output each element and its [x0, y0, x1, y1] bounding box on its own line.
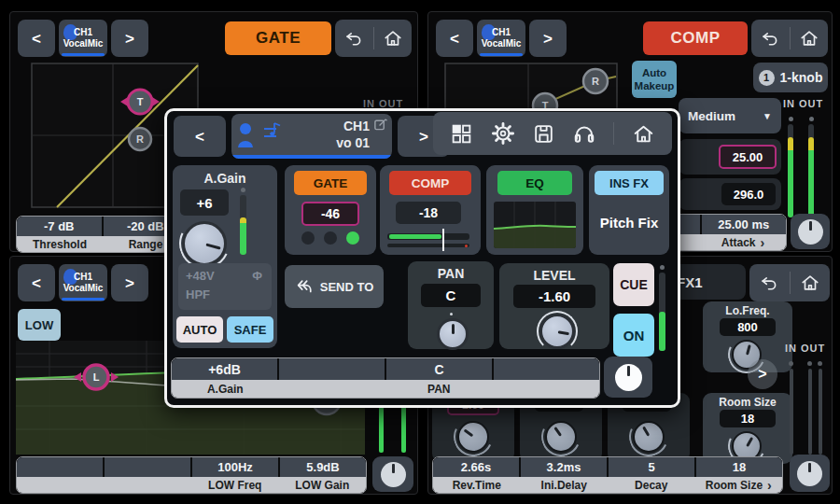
eq-mini-graph[interactable]	[494, 202, 576, 248]
dropdown-arrow-icon: ▼	[763, 111, 772, 121]
revtime-knob[interactable]	[457, 421, 489, 453]
prev-channel-button[interactable]: <	[18, 20, 55, 57]
auto-button[interactable]: AUTO	[176, 316, 223, 343]
send-to-button[interactable]: SEND TO	[285, 265, 384, 308]
chevron-left-icon: <	[32, 275, 41, 291]
channel-strip-overlay: < CH1 vo 01 >	[164, 108, 680, 408]
comp-threshold-marker[interactable]	[442, 229, 444, 251]
input-options-box: +48V Φ HPF	[178, 263, 272, 310]
comp-ratio-marker[interactable]: R	[583, 69, 608, 93]
on-button[interactable]: ON	[613, 314, 654, 357]
param-value[interactable]: 18	[720, 410, 776, 427]
readout-cell-pan[interactable]: C	[386, 358, 492, 380]
channel-accent-bar	[231, 155, 392, 159]
cue-button[interactable]: CUE	[613, 263, 654, 306]
readout-cell-revtime[interactable]: 2.66s	[433, 457, 519, 477]
channel-header-chip[interactable]: CH1 vo 01	[231, 114, 392, 159]
again-knob[interactable]	[182, 221, 227, 266]
chevron-right-icon: >	[419, 129, 428, 145]
gate-range-marker[interactable]: R	[129, 128, 151, 150]
readout-cell[interactable]	[279, 358, 385, 380]
gate-title-button[interactable]: GATE	[225, 21, 331, 55]
readout-label: Threshold	[17, 236, 103, 252]
prev-channel-button[interactable]: <	[436, 20, 473, 57]
comp-param-value-selected[interactable]: 25.00	[719, 145, 777, 169]
readout-cell[interactable]	[494, 358, 599, 380]
prev-channel-button[interactable]: <	[174, 116, 226, 157]
undo-icon[interactable]	[760, 28, 780, 49]
readout-cell-threshold[interactable]: -7 dB	[17, 217, 102, 236]
in-out-label: IN OUT	[783, 98, 823, 109]
main-knob-assign-button[interactable]	[791, 214, 830, 249]
home-icon[interactable]	[799, 28, 819, 49]
readout-cell-low-freq[interactable]: 100Hz	[192, 457, 278, 477]
next-channel-button[interactable]: >	[111, 20, 148, 57]
undo-icon[interactable]	[759, 273, 779, 293]
level-knob[interactable]	[539, 314, 575, 349]
comp-threshold-value[interactable]: -18	[396, 202, 461, 224]
comp-type-dropdown[interactable]: Medium ▼	[679, 98, 781, 133]
decay-knob[interactable]	[633, 421, 665, 453]
comp-toggle-button[interactable]: COMP	[389, 171, 471, 195]
eq-toggle-button[interactable]: EQ	[497, 171, 572, 195]
undo-icon[interactable]	[343, 28, 364, 49]
pan-card: PAN C	[408, 261, 494, 349]
channel-select-chip[interactable]: CH1 VocalMic	[59, 20, 107, 57]
fx-readout-strip: 2.66s 3.2ms 5 18 Rev.Time Ini.Delay Deca…	[432, 456, 783, 494]
insfx-effect-name[interactable]: Pitch Fix	[589, 210, 669, 234]
channel-select-chip[interactable]: CH1 VocalMic	[59, 264, 107, 301]
main-knob-assign-button[interactable]	[604, 357, 652, 398]
hpf-button[interactable]: HPF	[186, 287, 210, 301]
home-icon[interactable]	[632, 122, 655, 146]
phantom-48v-button[interactable]: +48V	[186, 269, 215, 283]
insfx-toggle-button[interactable]: INS FX	[595, 171, 664, 195]
comp-param-value[interactable]: 296.0	[721, 183, 776, 205]
gear-icon[interactable]	[491, 121, 515, 146]
gate-toggle-button[interactable]: GATE	[294, 171, 367, 195]
comp-title-button[interactable]: COMP	[643, 21, 748, 55]
comp-card: COMP -18	[380, 165, 481, 255]
eq-band-low-button[interactable]: LOW	[18, 309, 61, 341]
auto-makeup-button[interactable]: Auto Makeup	[632, 61, 677, 98]
param-value[interactable]: 800	[720, 318, 776, 336]
inidelay-knob[interactable]	[545, 421, 577, 453]
phase-icon[interactable]: Φ	[252, 269, 262, 283]
readout-cell-again[interactable]: +6dB	[172, 358, 277, 380]
channel-accent-bar	[62, 53, 105, 56]
one-knob-button[interactable]: 1 1-knob	[753, 63, 828, 92]
pan-value[interactable]: C	[421, 284, 481, 307]
gate-threshold-value[interactable]: -46	[301, 202, 359, 226]
home-icon[interactable]	[800, 273, 820, 293]
readout-label: Decay	[608, 477, 695, 493]
grid-home-icon[interactable]	[450, 122, 473, 146]
edit-icon[interactable]	[373, 118, 387, 132]
safe-button[interactable]: SAFE	[227, 316, 273, 343]
chevron-left-icon: <	[450, 31, 459, 47]
level-value[interactable]: -1.60	[513, 285, 595, 308]
main-knob-assign-button[interactable]	[790, 455, 830, 492]
readout-cell-decay[interactable]: 5	[609, 457, 694, 477]
pan-knob[interactable]	[437, 318, 469, 350]
readout-cell[interactable]	[105, 457, 190, 477]
home-icon[interactable]	[383, 28, 403, 49]
channel-select-chip[interactable]: CH1 VocalMic	[477, 20, 525, 57]
next-channel-button[interactable]: >	[111, 264, 148, 301]
readout-cell[interactable]	[17, 457, 103, 477]
in-out-label: IN OUT	[785, 343, 825, 354]
prev-channel-button[interactable]: <	[18, 264, 55, 301]
again-value[interactable]: +6	[180, 189, 229, 216]
readout-cell-attack[interactable]: 25.00 ms	[702, 215, 787, 234]
readout-cell-inidelay[interactable]: 3.2ms	[521, 457, 607, 477]
channel-id: CH1	[343, 119, 370, 133]
headphones-icon[interactable]	[572, 121, 596, 146]
channel-id: CH1	[74, 272, 92, 284]
save-icon[interactable]	[532, 122, 555, 146]
main-knob-assign-button[interactable]	[372, 456, 413, 492]
next-channel-button[interactable]: >	[529, 20, 567, 57]
fx-params-next-page-button[interactable]: >	[748, 359, 777, 389]
channel-name: VocalMic	[63, 38, 104, 50]
divider	[790, 27, 791, 49]
readout-cell-roomsize[interactable]: 18	[696, 457, 782, 477]
readout-cell-low-gain[interactable]: 5.9dB	[280, 457, 366, 477]
readout-label: PAN	[385, 380, 493, 398]
